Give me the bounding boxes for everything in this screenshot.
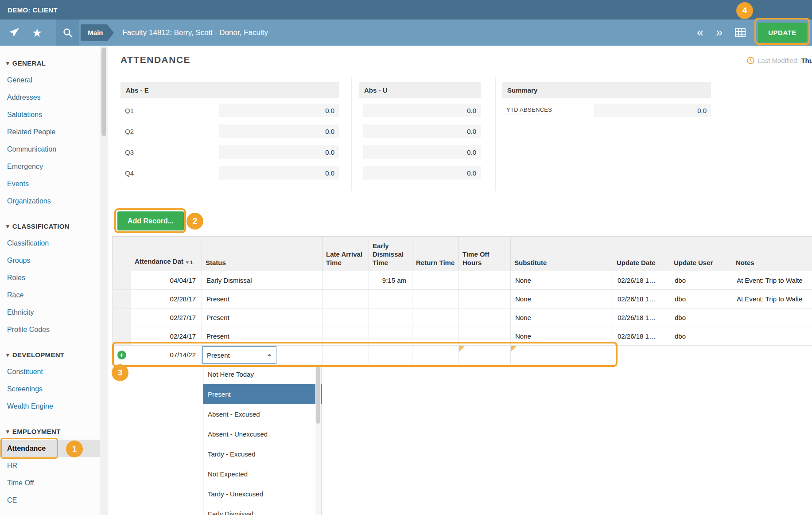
cell-status[interactable]: Present: [202, 308, 322, 327]
sidebar-item-addresses[interactable]: Addresses: [0, 89, 100, 106]
col-early-dismissal-header[interactable]: Early Dismissal Time: [369, 237, 412, 271]
navigate-forward-icon[interactable]: »: [716, 27, 723, 39]
cell-return-time[interactable]: [412, 327, 459, 346]
cell-update-user[interactable]: dbo: [670, 271, 732, 290]
cell-late-arrival[interactable]: [322, 327, 369, 346]
cell-return-time[interactable]: [412, 308, 459, 327]
sidebar-item-roles[interactable]: Roles: [0, 269, 100, 286]
cell-update-date[interactable]: 02/26/18 1…: [613, 271, 670, 290]
cell-update-date[interactable]: 02/26/18 1…: [613, 290, 670, 308]
cell-substitute[interactable]: None: [511, 290, 613, 308]
cell-early-dismissal[interactable]: [369, 327, 412, 346]
add-row-plus-icon[interactable]: +: [117, 351, 126, 359]
cell-late-arrival[interactable]: [322, 271, 369, 290]
row-selector-cell[interactable]: [113, 290, 131, 308]
sidebar-item-groups[interactable]: Groups: [0, 252, 100, 269]
add-row-selector-cell[interactable]: +: [113, 346, 131, 364]
cell-update-user[interactable]: dbo: [670, 327, 732, 346]
cell-update-user[interactable]: dbo: [670, 308, 732, 327]
sidebar-item-ethnicity[interactable]: Ethnicity: [0, 304, 100, 321]
navigate-back-icon[interactable]: «: [697, 27, 703, 39]
sidebar-item-classification[interactable]: Classification: [0, 234, 100, 252]
sidebar-item-communication[interactable]: Communication: [0, 140, 100, 158]
cell-notes[interactable]: [732, 346, 812, 364]
cell-substitute[interactable]: None: [511, 271, 613, 290]
cell-status[interactable]: Present: [202, 290, 322, 308]
cell-update-date[interactable]: 02/26/18 1…: [613, 308, 670, 327]
row-selector-cell[interactable]: [113, 308, 131, 327]
col-update-user-header[interactable]: Update User: [670, 237, 732, 271]
cell-early-dismissal[interactable]: [369, 290, 412, 308]
sidebar-item-screenings[interactable]: Screenings: [0, 380, 100, 398]
sidebar-item-organizations[interactable]: Organizations: [0, 192, 100, 210]
cell-time-off-hours[interactable]: [459, 271, 511, 290]
col-notes-header[interactable]: Notes: [732, 237, 812, 271]
cell-return-time[interactable]: [412, 346, 459, 364]
sidebar-item-general[interactable]: General: [0, 71, 100, 89]
cell-substitute[interactable]: [511, 346, 613, 364]
sidebar-item-salutations[interactable]: Salutations: [0, 106, 100, 123]
sidebar-item-profile-codes[interactable]: Profile Codes: [0, 321, 100, 338]
cell-attendance-date[interactable]: 02/27/17: [131, 308, 202, 327]
cell-update-user[interactable]: [670, 346, 732, 364]
cell-time-off-hours[interactable]: [459, 346, 511, 364]
cell-substitute[interactable]: None: [511, 308, 613, 327]
add-record-button[interactable]: Add Record...: [117, 211, 184, 230]
sidebar-section-header-development[interactable]: ▾ DEVELOPMENT: [0, 346, 100, 363]
col-substitute-header[interactable]: Substitute: [511, 237, 613, 271]
status-combobox[interactable]: Present: [202, 346, 276, 364]
cell-late-arrival[interactable]: [322, 346, 369, 364]
col-update-date-header[interactable]: Update Date: [613, 237, 670, 271]
sidebar-section-header-classification[interactable]: ▾ CLASSIFICATION: [0, 218, 100, 234]
dropdown-scrollbar-thumb[interactable]: [316, 366, 320, 424]
sidebar-scrollbar-thumb[interactable]: [101, 47, 106, 136]
favorite-star-icon[interactable]: ★: [32, 27, 42, 39]
update-button[interactable]: UPDATE: [758, 23, 807, 43]
send-icon[interactable]: [8, 27, 20, 38]
sidebar-item-ce[interactable]: CE: [0, 492, 100, 509]
cell-late-arrival[interactable]: [322, 290, 369, 308]
cell-attendance-date[interactable]: 02/24/17: [131, 327, 202, 346]
sidebar-item-race[interactable]: Race: [0, 286, 100, 304]
cell-update-date[interactable]: [613, 346, 670, 364]
cell-early-dismissal[interactable]: [369, 346, 412, 364]
sidebar-section-header-employment[interactable]: ▾ EMPLOYMENT: [0, 423, 100, 440]
row-selector-cell[interactable]: [113, 327, 131, 346]
cell-return-time[interactable]: [412, 290, 459, 308]
cell-early-dismissal[interactable]: [369, 308, 412, 327]
cell-time-off-hours[interactable]: [459, 327, 511, 346]
cell-update-date[interactable]: 02/26/18 1…: [613, 327, 670, 346]
cell-notes[interactable]: At Event: Trip to Walte: [732, 290, 812, 308]
cell-notes[interactable]: [732, 308, 812, 327]
cell-notes[interactable]: At Event: Trip to Walte: [732, 271, 812, 290]
col-late-arrival-header[interactable]: Late Arrival Time: [322, 237, 369, 271]
cell-return-time[interactable]: [412, 271, 459, 290]
sidebar-item-related-people[interactable]: Related People: [0, 123, 100, 140]
dropdown-option-absent-unexcused[interactable]: Absent - Unexcused: [203, 424, 322, 444]
col-return-time-header[interactable]: Return Time: [412, 237, 459, 271]
sidebar-item-attendance[interactable]: Attendance: [0, 440, 100, 457]
cell-substitute[interactable]: None: [511, 327, 613, 346]
row-selector-cell[interactable]: [113, 271, 131, 290]
grid-view-icon[interactable]: [735, 28, 746, 37]
cell-status[interactable]: Early Dismissal: [202, 271, 322, 290]
dropdown-option-early-dismissal[interactable]: Early Dismissal: [203, 504, 322, 515]
col-time-off-hours-header[interactable]: Time Off Hours: [459, 237, 511, 271]
dropdown-option-not-expected[interactable]: Not Expected: [203, 464, 322, 484]
search-button[interactable]: [56, 20, 79, 46]
cell-late-arrival[interactable]: [322, 308, 369, 327]
sidebar-section-header-general[interactable]: ▾ GENERAL: [0, 55, 100, 71]
cell-time-off-hours[interactable]: [459, 308, 511, 327]
sidebar-item-hr[interactable]: HR: [0, 457, 100, 474]
cell-early-dismissal[interactable]: 9:15 am: [369, 271, 412, 290]
sidebar-item-constituent[interactable]: Constituent: [0, 363, 100, 380]
dropdown-option-not-here-today[interactable]: Not Here Today: [203, 364, 322, 384]
dropdown-option-tardy-excused[interactable]: Tardy - Excused: [203, 444, 322, 464]
cell-attendance-date[interactable]: 07/14/22: [131, 346, 202, 364]
cell-notes[interactable]: [732, 327, 812, 346]
cell-update-user[interactable]: dbo: [670, 290, 732, 308]
sidebar-item-emergency[interactable]: Emergency: [0, 158, 100, 175]
cell-attendance-date[interactable]: 04/04/17: [131, 271, 202, 290]
breadcrumb[interactable]: Main: [81, 24, 107, 41]
col-status-header[interactable]: Status: [202, 237, 322, 271]
